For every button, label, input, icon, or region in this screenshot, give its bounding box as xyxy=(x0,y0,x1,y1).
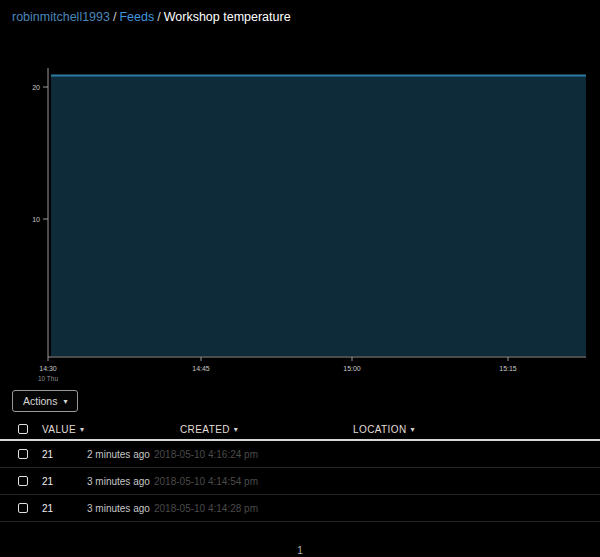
x-tick-date-label: 10 Thu xyxy=(38,375,59,382)
x-tick-label: 14:30 xyxy=(39,365,57,372)
column-header-created[interactable]: CREATED ▾ xyxy=(180,424,353,435)
y-tick-label: 10 xyxy=(32,216,40,223)
table-header-row: VALUE ▾ CREATED ▾ LOCATION ▾ xyxy=(0,419,600,441)
actions-button-label: Actions xyxy=(23,395,57,407)
sort-caret-icon: ▾ xyxy=(234,425,238,434)
chevron-down-icon: ▾ xyxy=(63,397,67,406)
column-header-value[interactable]: VALUE ▾ xyxy=(42,424,180,435)
created-absolute-cell: 2018-05-10 4:16:24 pm xyxy=(154,449,600,460)
created-absolute-cell: 2018-05-10 4:14:28 pm xyxy=(154,503,600,514)
feed-data-table: VALUE ▾ CREATED ▾ LOCATION ▾ 21 2 minute… xyxy=(0,419,600,522)
value-cell: 21 xyxy=(42,449,87,460)
table-row: 21 3 minutes ago 2018-05-10 4:14:54 pm xyxy=(0,468,600,495)
page-title: Workshop temperature xyxy=(164,10,291,24)
x-tick-label: 15:15 xyxy=(499,365,517,372)
row-checkbox[interactable] xyxy=(18,503,28,513)
x-tick-label: 14:45 xyxy=(192,365,210,372)
y-tick-label: 20 xyxy=(32,84,40,91)
sort-caret-icon: ▾ xyxy=(80,425,84,434)
page-number-button[interactable]: 1 xyxy=(292,543,308,557)
pagination: 1 xyxy=(0,540,600,557)
sort-caret-icon: ▾ xyxy=(411,425,415,434)
value-cell: 21 xyxy=(42,503,87,514)
select-all-checkbox[interactable] xyxy=(18,424,28,434)
created-relative-cell: 2 minutes ago xyxy=(87,449,154,460)
created-absolute-cell: 2018-05-10 4:14:54 pm xyxy=(154,476,600,487)
breadcrumb-user-link[interactable]: robinmitchell1993 xyxy=(12,10,110,24)
row-checkbox[interactable] xyxy=(18,476,28,486)
column-header-label: LOCATION xyxy=(353,424,407,435)
value-cell: 21 xyxy=(42,476,87,487)
breadcrumb-separator: / xyxy=(113,10,116,24)
x-tick-label: 15:00 xyxy=(343,365,361,372)
actions-button[interactable]: Actions ▾ xyxy=(12,390,78,412)
column-header-location[interactable]: LOCATION ▾ xyxy=(353,424,600,435)
chart-area-fill xyxy=(51,76,586,356)
row-checkbox[interactable] xyxy=(18,449,28,459)
breadcrumb-feeds-link[interactable]: Feeds xyxy=(119,10,154,24)
table-row: 21 3 minutes ago 2018-05-10 4:14:28 pm xyxy=(0,495,600,522)
created-relative-cell: 3 minutes ago xyxy=(87,503,154,514)
table-row: 21 2 minutes ago 2018-05-10 4:16:24 pm xyxy=(0,441,600,468)
breadcrumb-separator: / xyxy=(157,10,160,24)
breadcrumb: robinmitchell1993/Feeds/Workshop tempera… xyxy=(12,10,291,24)
column-header-label: VALUE xyxy=(42,424,76,435)
feed-chart[interactable]: 20 10 14:30 10 Thu 14:45 15:00 15:15 xyxy=(0,60,600,390)
column-header-label: CREATED xyxy=(180,424,230,435)
created-relative-cell: 3 minutes ago xyxy=(87,476,154,487)
